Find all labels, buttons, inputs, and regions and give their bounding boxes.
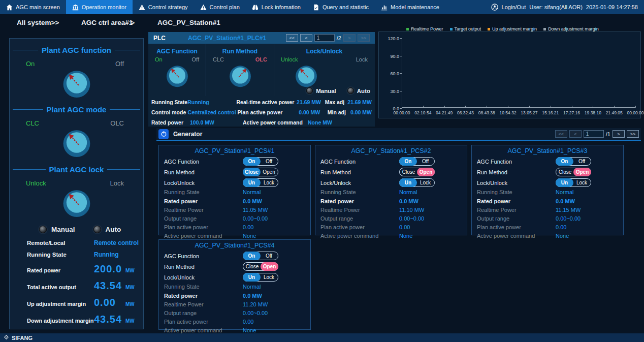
toggle-option-close[interactable]: Close <box>243 263 261 270</box>
toggle-option-lock[interactable]: Lock <box>416 179 434 186</box>
brand-label: SIFANG <box>12 335 33 341</box>
plant-agc-lock-states: Unlock Lock <box>10 179 143 187</box>
pager-first-button[interactable]: << <box>286 34 298 42</box>
login-out-link[interactable]: Login/Out <box>502 4 526 10</box>
pager-prev-button[interactable]: < <box>300 34 312 42</box>
card-title[interactable]: AGC_PV_Station#1_PCS#1 <box>159 147 310 154</box>
toggle-option-close[interactable]: Close <box>556 168 574 176</box>
nav-item-lock-infomation[interactable]: Lock infomation <box>246 0 307 14</box>
toggle-option-un[interactable]: Un <box>243 273 261 282</box>
plant-agc-mode-knob[interactable] <box>10 128 143 158</box>
plc-lock-unlock-knob[interactable] <box>295 64 318 87</box>
rated-power-row: Rated power0.0 MW <box>159 292 310 299</box>
agc-function-label: AGC Function <box>477 159 556 165</box>
plc-knob-groups: AGC FunctionOnOffRun MethodCLCOLCLock/Un… <box>148 44 375 96</box>
toggle-option-un[interactable]: Un <box>243 178 261 187</box>
run-method-toggle[interactable]: CloseOpen <box>243 262 278 271</box>
nav-item-model-maintenance[interactable]: Model maintenance <box>375 0 445 14</box>
plc-stat-value: 0.00 MW <box>299 109 328 115</box>
toggle-option-lock[interactable]: Lock <box>573 179 591 186</box>
toggle-option-close[interactable]: Close <box>400 168 417 176</box>
output-range-label: Output range <box>320 215 399 222</box>
manual-radio[interactable] <box>39 226 47 233</box>
card-title[interactable]: AGC_PV_Station#1_PCS#2 <box>315 147 467 154</box>
plc-group-title: AGC Function <box>156 48 198 55</box>
run-method-toggle[interactable]: CloseOpen <box>399 168 435 176</box>
lock-unlock-toggle[interactable]: UnLock <box>556 178 591 187</box>
card-title[interactable]: AGC_PV_Station#1_PCS#4 <box>159 242 310 249</box>
toggle-option-on[interactable]: On <box>399 157 417 166</box>
agc-function-toggle[interactable]: OnOff <box>243 252 278 260</box>
agc-function-toggle[interactable]: OnOff <box>243 157 278 166</box>
toggle-option-on[interactable]: On <box>243 157 261 166</box>
toggle-option-un[interactable]: Un <box>399 178 417 187</box>
auto-radio[interactable] <box>93 226 101 233</box>
toggle-option-open[interactable]: Open <box>260 168 278 176</box>
toggle-option-lock[interactable]: Lock <box>260 273 278 281</box>
card-title[interactable]: AGC_PV_Station#1_PCS#3 <box>472 147 623 154</box>
agc-function-toggle[interactable]: OnOff <box>399 157 435 166</box>
plant-agc-lock-knob[interactable] <box>10 188 143 217</box>
toggle-option-on[interactable]: On <box>243 252 261 260</box>
x-tick-label: 21:49:05 <box>606 110 623 115</box>
plant-agc-function-knob[interactable] <box>10 69 143 98</box>
toggle-option-close[interactable]: Close <box>243 168 261 176</box>
manual-radio[interactable] <box>306 87 313 94</box>
output-range-value: 0.00~0.00 <box>399 215 424 222</box>
pager-next-button[interactable]: > <box>343 34 356 42</box>
x-tick-label: 06:32:43 <box>457 110 474 115</box>
nav-item-label: Query and statistic <box>323 4 369 10</box>
toggle-option-open[interactable]: Open <box>573 168 591 176</box>
pager-page-input[interactable] <box>584 130 604 138</box>
agc-function-row: AGC FunctionOnOff <box>159 158 310 165</box>
breadcrumb-all-system[interactable]: All system>> <box>17 19 59 26</box>
plc-stat-value: Centralized control <box>188 109 238 115</box>
footer-bar: SIFANG <box>0 333 644 342</box>
toggle-option-off[interactable]: Off <box>260 252 278 260</box>
plc-run-method-knob[interactable] <box>229 64 252 87</box>
plc-panel: PLC AGC_PV_Station#1_PLC#1 <<</2>>> AGC … <box>148 32 375 127</box>
toggle-option-open[interactable]: Open <box>261 262 278 271</box>
toggle-option-un[interactable]: Un <box>556 178 573 187</box>
agc-function-toggle[interactable]: OnOff <box>556 157 591 166</box>
run-method-toggle[interactable]: CloseOpen <box>556 168 591 176</box>
nav-item-operation-monitor[interactable]: Operation monitor <box>66 0 133 14</box>
nav-item-agc-main-screen[interactable]: AGC main screen <box>0 0 66 14</box>
y-axis-line <box>402 38 402 108</box>
chart-legend: Realtime PowerTarget outputUp adjustment… <box>406 26 599 32</box>
realtime-power-label: Realtime Power <box>320 207 399 213</box>
nav-item-query-and-statistic[interactable]: Query and statistic <box>307 0 375 14</box>
info-value: Remote control <box>94 239 139 246</box>
toggle-option-off[interactable]: Off <box>573 158 591 165</box>
pager-last-button[interactable]: >> <box>358 34 370 42</box>
output-range-label: Output range <box>164 310 243 316</box>
pager-last-button[interactable]: >> <box>627 130 639 138</box>
lock-unlock-toggle[interactable]: UnLock <box>243 273 278 282</box>
plc-device-name[interactable]: AGC_PV_Station#1_PLC#1 <box>188 35 266 42</box>
legend-item-down-adjustment-margin: Down adjustment margin <box>543 26 599 32</box>
plc-stats: Running StateRunningReal-time active pow… <box>148 96 375 128</box>
pager-first-button[interactable]: << <box>555 130 567 138</box>
toggle-option-on[interactable]: On <box>556 157 573 166</box>
auto-radio[interactable] <box>347 87 354 94</box>
toggle-option-lock[interactable]: Lock <box>260 179 278 186</box>
lock-unlock-toggle[interactable]: UnLock <box>243 178 278 187</box>
nav-item-control-plan[interactable]: Control plan <box>194 0 246 14</box>
y-tick-mark <box>400 56 402 56</box>
toggle-option-off[interactable]: Off <box>416 158 434 165</box>
generator-card-agc-pv-station-1-pcs-4: AGC_PV_Station#1_PCS#4AGC FunctionOnOffR… <box>158 239 311 330</box>
plc-agc-function-knob[interactable] <box>166 64 189 87</box>
lock-unlock-toggle[interactable]: UnLock <box>399 178 435 187</box>
realtime-power-value: 11.20 MW <box>243 301 268 307</box>
breadcrumb-agc-ctrl-area[interactable]: AGC ctrl area#1> <box>81 19 135 26</box>
top-navigation-bar: AGC main screenOperation monitorControl … <box>0 0 644 14</box>
pager-next-button[interactable]: > <box>613 130 625 138</box>
toggle-option-off[interactable]: Off <box>260 158 278 165</box>
active-power-command-row: Active power commandNone <box>315 232 467 239</box>
toggle-option-open[interactable]: Open <box>417 168 435 176</box>
run-method-toggle[interactable]: CloseOpen <box>243 168 278 176</box>
pager-prev-button[interactable]: < <box>569 130 582 138</box>
nav-item-control-strategy[interactable]: Control strategy <box>133 0 194 14</box>
pager-page-input[interactable] <box>314 34 335 42</box>
generator-card-agc-pv-station-1-pcs-1: AGC_PV_Station#1_PCS#1AGC FunctionOnOffR… <box>158 145 311 235</box>
